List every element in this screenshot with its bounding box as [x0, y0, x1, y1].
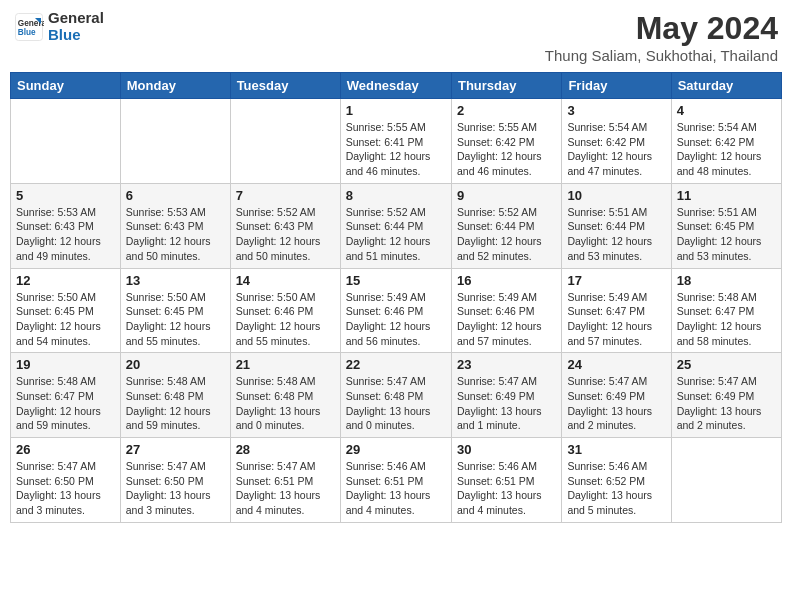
calendar-cell: 8Sunrise: 5:52 AM Sunset: 6:44 PM Daylig… — [340, 183, 451, 268]
day-number: 21 — [236, 357, 335, 372]
calendar-cell: 24Sunrise: 5:47 AM Sunset: 6:49 PM Dayli… — [562, 353, 671, 438]
day-number: 6 — [126, 188, 225, 203]
day-info: Sunrise: 5:47 AM Sunset: 6:49 PM Dayligh… — [677, 374, 776, 433]
day-info: Sunrise: 5:47 AM Sunset: 6:49 PM Dayligh… — [457, 374, 556, 433]
calendar-week-row: 19Sunrise: 5:48 AM Sunset: 6:47 PM Dayli… — [11, 353, 782, 438]
calendar-cell: 13Sunrise: 5:50 AM Sunset: 6:45 PM Dayli… — [120, 268, 230, 353]
calendar-week-row: 5Sunrise: 5:53 AM Sunset: 6:43 PM Daylig… — [11, 183, 782, 268]
day-info: Sunrise: 5:50 AM Sunset: 6:45 PM Dayligh… — [16, 290, 115, 349]
day-number: 9 — [457, 188, 556, 203]
calendar-day-header: Sunday — [11, 73, 121, 99]
day-number: 24 — [567, 357, 665, 372]
day-number: 15 — [346, 273, 446, 288]
day-info: Sunrise: 5:51 AM Sunset: 6:44 PM Dayligh… — [567, 205, 665, 264]
calendar-cell: 29Sunrise: 5:46 AM Sunset: 6:51 PM Dayli… — [340, 438, 451, 523]
day-number: 25 — [677, 357, 776, 372]
day-number: 7 — [236, 188, 335, 203]
day-number: 5 — [16, 188, 115, 203]
day-number: 28 — [236, 442, 335, 457]
calendar-cell: 1Sunrise: 5:55 AM Sunset: 6:41 PM Daylig… — [340, 99, 451, 184]
calendar-cell: 14Sunrise: 5:50 AM Sunset: 6:46 PM Dayli… — [230, 268, 340, 353]
logo-text: General Blue — [48, 10, 104, 43]
calendar-cell: 28Sunrise: 5:47 AM Sunset: 6:51 PM Dayli… — [230, 438, 340, 523]
day-info: Sunrise: 5:50 AM Sunset: 6:45 PM Dayligh… — [126, 290, 225, 349]
day-info: Sunrise: 5:49 AM Sunset: 6:47 PM Dayligh… — [567, 290, 665, 349]
subtitle: Thung Saliam, Sukhothai, Thailand — [545, 47, 778, 64]
day-info: Sunrise: 5:53 AM Sunset: 6:43 PM Dayligh… — [126, 205, 225, 264]
calendar-cell: 16Sunrise: 5:49 AM Sunset: 6:46 PM Dayli… — [451, 268, 561, 353]
day-number: 19 — [16, 357, 115, 372]
calendar-cell: 17Sunrise: 5:49 AM Sunset: 6:47 PM Dayli… — [562, 268, 671, 353]
day-info: Sunrise: 5:52 AM Sunset: 6:44 PM Dayligh… — [457, 205, 556, 264]
day-number: 22 — [346, 357, 446, 372]
day-info: Sunrise: 5:47 AM Sunset: 6:51 PM Dayligh… — [236, 459, 335, 518]
day-info: Sunrise: 5:51 AM Sunset: 6:45 PM Dayligh… — [677, 205, 776, 264]
calendar-cell: 25Sunrise: 5:47 AM Sunset: 6:49 PM Dayli… — [671, 353, 781, 438]
day-info: Sunrise: 5:48 AM Sunset: 6:47 PM Dayligh… — [16, 374, 115, 433]
main-title: May 2024 — [545, 10, 778, 47]
day-number: 1 — [346, 103, 446, 118]
day-info: Sunrise: 5:50 AM Sunset: 6:46 PM Dayligh… — [236, 290, 335, 349]
calendar-day-header: Thursday — [451, 73, 561, 99]
calendar-cell: 2Sunrise: 5:55 AM Sunset: 6:42 PM Daylig… — [451, 99, 561, 184]
day-number: 3 — [567, 103, 665, 118]
calendar-cell — [671, 438, 781, 523]
calendar-cell: 10Sunrise: 5:51 AM Sunset: 6:44 PM Dayli… — [562, 183, 671, 268]
calendar-cell — [120, 99, 230, 184]
calendar-cell: 18Sunrise: 5:48 AM Sunset: 6:47 PM Dayli… — [671, 268, 781, 353]
svg-text:Blue: Blue — [18, 27, 36, 36]
day-number: 27 — [126, 442, 225, 457]
calendar-cell — [230, 99, 340, 184]
calendar-cell: 31Sunrise: 5:46 AM Sunset: 6:52 PM Dayli… — [562, 438, 671, 523]
day-info: Sunrise: 5:47 AM Sunset: 6:50 PM Dayligh… — [126, 459, 225, 518]
day-info: Sunrise: 5:52 AM Sunset: 6:43 PM Dayligh… — [236, 205, 335, 264]
calendar-cell: 11Sunrise: 5:51 AM Sunset: 6:45 PM Dayli… — [671, 183, 781, 268]
day-number: 20 — [126, 357, 225, 372]
day-info: Sunrise: 5:48 AM Sunset: 6:47 PM Dayligh… — [677, 290, 776, 349]
calendar-week-row: 26Sunrise: 5:47 AM Sunset: 6:50 PM Dayli… — [11, 438, 782, 523]
page-header: General Blue General Blue May 2024 Thung… — [10, 10, 782, 64]
calendar-cell: 9Sunrise: 5:52 AM Sunset: 6:44 PM Daylig… — [451, 183, 561, 268]
calendar-cell: 23Sunrise: 5:47 AM Sunset: 6:49 PM Dayli… — [451, 353, 561, 438]
calendar-day-header: Monday — [120, 73, 230, 99]
calendar-cell: 7Sunrise: 5:52 AM Sunset: 6:43 PM Daylig… — [230, 183, 340, 268]
calendar-cell: 30Sunrise: 5:46 AM Sunset: 6:51 PM Dayli… — [451, 438, 561, 523]
day-info: Sunrise: 5:48 AM Sunset: 6:48 PM Dayligh… — [126, 374, 225, 433]
day-number: 16 — [457, 273, 556, 288]
calendar-day-header: Friday — [562, 73, 671, 99]
day-info: Sunrise: 5:47 AM Sunset: 6:49 PM Dayligh… — [567, 374, 665, 433]
day-info: Sunrise: 5:49 AM Sunset: 6:46 PM Dayligh… — [346, 290, 446, 349]
logo: General Blue General Blue — [14, 10, 104, 43]
calendar-cell: 20Sunrise: 5:48 AM Sunset: 6:48 PM Dayli… — [120, 353, 230, 438]
day-info: Sunrise: 5:46 AM Sunset: 6:51 PM Dayligh… — [346, 459, 446, 518]
calendar-day-header: Tuesday — [230, 73, 340, 99]
day-number: 11 — [677, 188, 776, 203]
logo-icon: General Blue — [14, 12, 44, 42]
calendar-cell — [11, 99, 121, 184]
calendar-header-row: SundayMondayTuesdayWednesdayThursdayFrid… — [11, 73, 782, 99]
calendar-day-header: Wednesday — [340, 73, 451, 99]
day-number: 18 — [677, 273, 776, 288]
day-number: 10 — [567, 188, 665, 203]
day-number: 17 — [567, 273, 665, 288]
day-number: 13 — [126, 273, 225, 288]
day-info: Sunrise: 5:47 AM Sunset: 6:48 PM Dayligh… — [346, 374, 446, 433]
calendar-cell: 21Sunrise: 5:48 AM Sunset: 6:48 PM Dayli… — [230, 353, 340, 438]
calendar-cell: 27Sunrise: 5:47 AM Sunset: 6:50 PM Dayli… — [120, 438, 230, 523]
logo-blue: Blue — [48, 27, 104, 44]
calendar-cell: 26Sunrise: 5:47 AM Sunset: 6:50 PM Dayli… — [11, 438, 121, 523]
day-info: Sunrise: 5:52 AM Sunset: 6:44 PM Dayligh… — [346, 205, 446, 264]
calendar-week-row: 12Sunrise: 5:50 AM Sunset: 6:45 PM Dayli… — [11, 268, 782, 353]
calendar-week-row: 1Sunrise: 5:55 AM Sunset: 6:41 PM Daylig… — [11, 99, 782, 184]
day-info: Sunrise: 5:54 AM Sunset: 6:42 PM Dayligh… — [567, 120, 665, 179]
calendar-cell: 22Sunrise: 5:47 AM Sunset: 6:48 PM Dayli… — [340, 353, 451, 438]
calendar-cell: 3Sunrise: 5:54 AM Sunset: 6:42 PM Daylig… — [562, 99, 671, 184]
day-number: 12 — [16, 273, 115, 288]
calendar-cell: 19Sunrise: 5:48 AM Sunset: 6:47 PM Dayli… — [11, 353, 121, 438]
day-info: Sunrise: 5:46 AM Sunset: 6:52 PM Dayligh… — [567, 459, 665, 518]
day-info: Sunrise: 5:55 AM Sunset: 6:41 PM Dayligh… — [346, 120, 446, 179]
calendar-cell: 12Sunrise: 5:50 AM Sunset: 6:45 PM Dayli… — [11, 268, 121, 353]
day-number: 8 — [346, 188, 446, 203]
day-info: Sunrise: 5:55 AM Sunset: 6:42 PM Dayligh… — [457, 120, 556, 179]
day-number: 23 — [457, 357, 556, 372]
